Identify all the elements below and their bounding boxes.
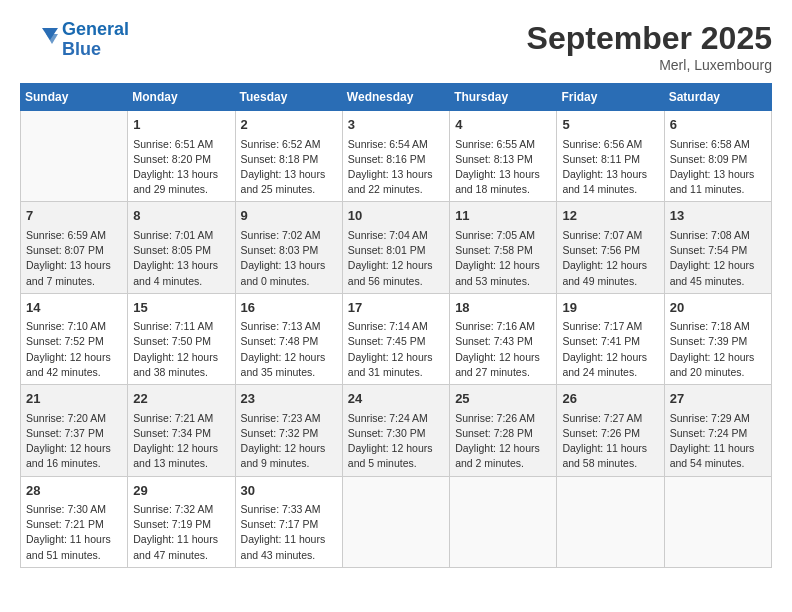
day-number: 25: [455, 389, 551, 409]
weekday-header-thursday: Thursday: [450, 84, 557, 111]
calendar-cell: 29Sunrise: 7:32 AMSunset: 7:19 PMDayligh…: [128, 476, 235, 567]
day-info: Sunset: 7:43 PM: [455, 334, 551, 349]
day-info: Daylight: 12 hours: [455, 441, 551, 456]
day-info: Sunrise: 7:13 AM: [241, 319, 337, 334]
day-info: Sunset: 7:45 PM: [348, 334, 444, 349]
day-number: 26: [562, 389, 658, 409]
day-number: 5: [562, 115, 658, 135]
location-subtitle: Merl, Luxembourg: [527, 57, 772, 73]
day-info: Sunset: 7:21 PM: [26, 517, 122, 532]
calendar-cell: 17Sunrise: 7:14 AMSunset: 7:45 PMDayligh…: [342, 293, 449, 384]
weekday-header-sunday: Sunday: [21, 84, 128, 111]
day-info: and 14 minutes.: [562, 182, 658, 197]
weekday-header-row: SundayMondayTuesdayWednesdayThursdayFrid…: [21, 84, 772, 111]
day-info: and 42 minutes.: [26, 365, 122, 380]
day-info: and 16 minutes.: [26, 456, 122, 471]
day-info: and 29 minutes.: [133, 182, 229, 197]
day-info: Sunset: 7:28 PM: [455, 426, 551, 441]
day-info: Sunset: 7:41 PM: [562, 334, 658, 349]
day-info: Daylight: 13 hours: [562, 167, 658, 182]
day-number: 22: [133, 389, 229, 409]
week-row-1: 1Sunrise: 6:51 AMSunset: 8:20 PMDaylight…: [21, 111, 772, 202]
day-info: Sunrise: 7:10 AM: [26, 319, 122, 334]
day-info: Sunset: 8:09 PM: [670, 152, 766, 167]
title-block: September 2025 Merl, Luxembourg: [527, 20, 772, 73]
day-info: Sunrise: 6:54 AM: [348, 137, 444, 152]
day-info: Sunrise: 7:20 AM: [26, 411, 122, 426]
day-info: Sunrise: 7:08 AM: [670, 228, 766, 243]
day-info: and 20 minutes.: [670, 365, 766, 380]
day-number: 14: [26, 298, 122, 318]
day-info: and 4 minutes.: [133, 274, 229, 289]
day-info: Daylight: 11 hours: [26, 532, 122, 547]
day-info: Sunset: 8:13 PM: [455, 152, 551, 167]
logo-icon: [20, 24, 60, 56]
day-info: Daylight: 13 hours: [455, 167, 551, 182]
day-info: and 51 minutes.: [26, 548, 122, 563]
day-info: Sunset: 7:50 PM: [133, 334, 229, 349]
day-info: Sunrise: 7:11 AM: [133, 319, 229, 334]
calendar-cell: 25Sunrise: 7:26 AMSunset: 7:28 PMDayligh…: [450, 385, 557, 476]
day-info: and 38 minutes.: [133, 365, 229, 380]
day-info: Sunrise: 7:18 AM: [670, 319, 766, 334]
day-info: Sunset: 7:54 PM: [670, 243, 766, 258]
day-info: Sunset: 7:37 PM: [26, 426, 122, 441]
day-number: 10: [348, 206, 444, 226]
calendar-cell: 24Sunrise: 7:24 AMSunset: 7:30 PMDayligh…: [342, 385, 449, 476]
weekday-header-tuesday: Tuesday: [235, 84, 342, 111]
day-info: and 7 minutes.: [26, 274, 122, 289]
weekday-header-saturday: Saturday: [664, 84, 771, 111]
day-number: 12: [562, 206, 658, 226]
day-info: Sunset: 8:07 PM: [26, 243, 122, 258]
day-number: 16: [241, 298, 337, 318]
day-info: Sunrise: 7:01 AM: [133, 228, 229, 243]
day-info: Sunset: 7:19 PM: [133, 517, 229, 532]
calendar-cell: 18Sunrise: 7:16 AMSunset: 7:43 PMDayligh…: [450, 293, 557, 384]
day-info: Sunset: 7:24 PM: [670, 426, 766, 441]
calendar-cell: 27Sunrise: 7:29 AMSunset: 7:24 PMDayligh…: [664, 385, 771, 476]
calendar-cell: 11Sunrise: 7:05 AMSunset: 7:58 PMDayligh…: [450, 202, 557, 293]
day-number: 7: [26, 206, 122, 226]
day-info: Sunset: 7:39 PM: [670, 334, 766, 349]
day-number: 29: [133, 481, 229, 501]
day-info: Daylight: 12 hours: [455, 350, 551, 365]
day-info: Sunset: 7:48 PM: [241, 334, 337, 349]
calendar-cell: 2Sunrise: 6:52 AMSunset: 8:18 PMDaylight…: [235, 111, 342, 202]
day-info: Daylight: 12 hours: [670, 350, 766, 365]
day-number: 23: [241, 389, 337, 409]
day-number: 11: [455, 206, 551, 226]
day-info: Daylight: 12 hours: [348, 258, 444, 273]
day-info: Sunrise: 7:26 AM: [455, 411, 551, 426]
day-info: Daylight: 12 hours: [133, 350, 229, 365]
logo: General Blue: [20, 20, 129, 60]
day-info: Sunrise: 6:56 AM: [562, 137, 658, 152]
day-info: and 53 minutes.: [455, 274, 551, 289]
calendar-cell: 22Sunrise: 7:21 AMSunset: 7:34 PMDayligh…: [128, 385, 235, 476]
day-number: 3: [348, 115, 444, 135]
day-info: Sunrise: 7:04 AM: [348, 228, 444, 243]
calendar-cell: 20Sunrise: 7:18 AMSunset: 7:39 PMDayligh…: [664, 293, 771, 384]
day-info: Daylight: 12 hours: [26, 441, 122, 456]
day-info: Sunrise: 6:58 AM: [670, 137, 766, 152]
day-info: Daylight: 12 hours: [348, 441, 444, 456]
day-info: Sunset: 7:26 PM: [562, 426, 658, 441]
day-info: and 49 minutes.: [562, 274, 658, 289]
day-info: Sunset: 8:03 PM: [241, 243, 337, 258]
day-info: and 11 minutes.: [670, 182, 766, 197]
day-info: Daylight: 13 hours: [670, 167, 766, 182]
day-info: Sunrise: 7:27 AM: [562, 411, 658, 426]
day-info: Sunset: 7:34 PM: [133, 426, 229, 441]
day-info: and 5 minutes.: [348, 456, 444, 471]
day-info: Sunset: 8:05 PM: [133, 243, 229, 258]
day-info: Daylight: 11 hours: [562, 441, 658, 456]
day-number: 4: [455, 115, 551, 135]
day-info: Sunrise: 7:14 AM: [348, 319, 444, 334]
day-number: 1: [133, 115, 229, 135]
month-title: September 2025: [527, 20, 772, 57]
calendar-cell: 16Sunrise: 7:13 AMSunset: 7:48 PMDayligh…: [235, 293, 342, 384]
day-info: Sunrise: 7:16 AM: [455, 319, 551, 334]
day-info: Daylight: 12 hours: [241, 350, 337, 365]
day-info: and 58 minutes.: [562, 456, 658, 471]
calendar-cell: 14Sunrise: 7:10 AMSunset: 7:52 PMDayligh…: [21, 293, 128, 384]
day-info: and 25 minutes.: [241, 182, 337, 197]
